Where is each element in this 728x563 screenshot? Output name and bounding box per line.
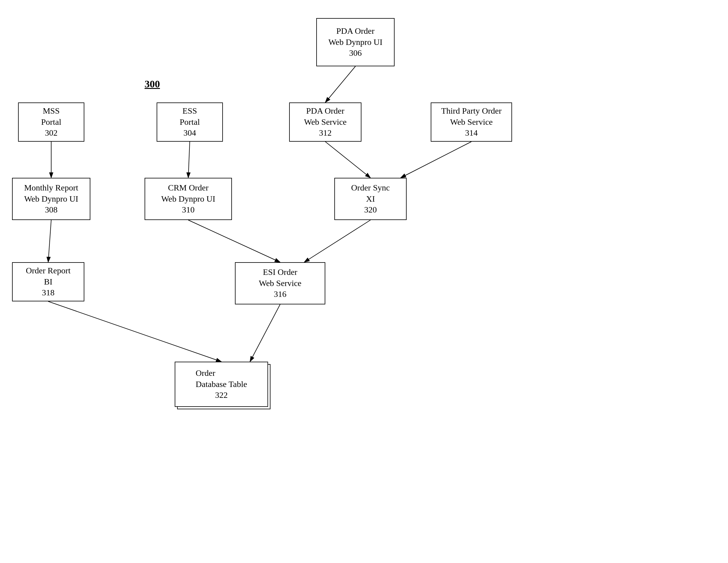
node-third-party-ws: Third Party OrderWeb Service 314 xyxy=(431,102,512,142)
node-pda-order-ws: PDA OrderWeb Service 312 xyxy=(289,102,361,142)
node-order-report: Order ReportBI 318 xyxy=(12,262,84,302)
node-order-db: OrderDatabase Table 322 xyxy=(175,362,268,407)
diagram-label: 300 xyxy=(145,78,160,90)
order-db-number: 322 xyxy=(215,390,228,401)
diagram-container: 300 PDA OrderWeb Dynpro UI xyxy=(0,0,728,563)
node-monthly-report: Monthly ReportWeb Dynpro UI 308 xyxy=(12,178,90,220)
svg-line-5 xyxy=(401,142,471,178)
node-order-sync: Order SyncXI 320 xyxy=(334,178,407,220)
svg-line-4 xyxy=(325,142,370,178)
svg-line-7 xyxy=(188,220,280,262)
svg-line-6 xyxy=(48,220,51,262)
svg-line-9 xyxy=(48,302,221,362)
svg-line-10 xyxy=(250,305,280,362)
arrows-svg xyxy=(0,0,728,563)
svg-line-1 xyxy=(325,66,355,102)
node-pda-order-ui: PDA OrderWeb Dynpro UI 306 xyxy=(316,18,395,66)
node-ess-portal: ESSPortal 304 xyxy=(157,102,223,142)
svg-line-8 xyxy=(304,220,370,262)
order-db-label: OrderDatabase Table xyxy=(196,368,247,390)
node-esi-order-ws: ESI OrderWeb Service 316 xyxy=(235,262,325,305)
node-crm-order: CRM OrderWeb Dynpro UI 310 xyxy=(145,178,232,220)
svg-line-3 xyxy=(188,142,190,178)
node-mss-portal: MSSPortal 302 xyxy=(18,102,84,142)
